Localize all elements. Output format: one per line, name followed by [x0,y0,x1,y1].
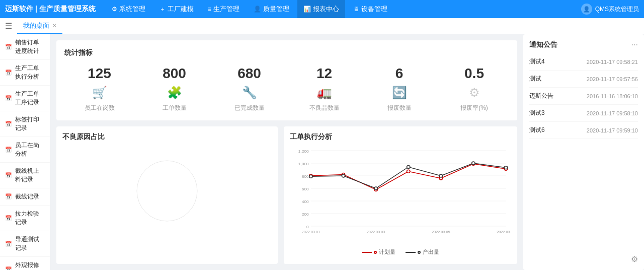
notice-time-n4: 2020-11-17 09:58:10 [587,110,638,116]
nav-label-system: 系统管理 [119,5,145,14]
svg-point-29 [407,166,410,169]
nav-item-device[interactable]: 🖥设备管理 [347,0,393,18]
svg-text:1,200: 1,200 [298,149,309,154]
svg-point-32 [504,166,507,169]
sidebar-item-guide-test[interactable]: 📅导通测试记录 [0,231,50,257]
nav-item-factory[interactable]: ＋工厂建模 [153,0,200,18]
stat-icon-defective: 🚛 [317,86,332,100]
notice-list: 测试4 2020-11-17 09:58:21 测试 2020-11-17 09… [529,53,638,139]
stats-grid: 125 🛒 员工在岗数 800 🧩 工单数量 680 🔧 已完成数量 12 🚛 … [64,65,509,112]
stat-value-defective: 12 [316,65,332,82]
tab-desktop[interactable]: 我的桌面 ✕ [17,18,62,34]
notice-title: 通知公告 [529,40,557,49]
sidebar-item-employee-analysis[interactable]: 📅员工在岗分析 [0,137,50,163]
report-icon: 📊 [303,6,311,13]
sidebar-label-tension-test: 拉力检验记录 [15,210,45,227]
notice-header: 通知公告 ··· [529,40,638,49]
svg-text:600: 600 [302,187,309,191]
svg-text:400: 400 [302,199,309,204]
stat-value-work-orders: 800 [163,65,186,82]
sidebar-item-cutoff-machine[interactable]: 📅截线机上料记录 [0,163,50,188]
sidebar-icon-label-print: 📅 [5,121,12,127]
line-chart: 02004006008001,0001,2002022.03.012022.03… [290,146,511,246]
svg-point-22 [407,170,410,173]
stats-title: 统计指标 [64,48,509,57]
stat-value-scrap-count: 6 [395,65,404,82]
stat-card-defective: 12 🚛 不良品数量 [289,65,359,112]
quality-icon: 👤 [254,6,261,13]
stat-icon-work-orders: 🧩 [167,86,182,100]
sidebar-label-production-analysis: 生产工单执行分析 [15,64,45,81]
chart-legend: 计划量 产出量 [290,248,511,256]
pie-chart [62,146,272,236]
nav-label-factory: 工厂建模 [168,5,194,14]
svg-text:2022.03.05: 2022.03.05 [432,230,450,234]
nav-item-quality[interactable]: 👤质量管理 [248,0,295,18]
nav-label-report: 报表中心 [313,5,339,14]
sidebar-label-cutoff-record: 截线记录 [15,192,39,201]
svg-point-31 [472,162,475,165]
notice-name-n5: 测试6 [529,126,545,134]
tab-close-icon[interactable]: ✕ [52,23,56,28]
sidebar-item-cutoff-record[interactable]: 📅截线记录 [0,188,50,206]
stat-card-work-orders: 800 🧩 工单数量 [139,65,209,112]
sidebar-item-sales-order[interactable]: 📅销售订单进度统计 [0,34,50,60]
sidebar-label-employee-analysis: 员工在岗分析 [15,141,45,158]
svg-text:2022.03.07: 2022.03.07 [497,230,511,234]
svg-point-26 [309,175,312,178]
stat-value-completed: 680 [237,65,261,82]
settings-icon[interactable]: ⚙ [529,250,638,264]
user-avatar: 👤 [581,4,592,15]
sidebar-item-external-repair[interactable]: 📅外观报修记录 [0,257,50,270]
user-name: QMS系统管理员 [595,5,639,14]
notice-item-n2[interactable]: 测试 2020-11-17 09:57:56 [529,71,638,88]
sidebar-item-production-record[interactable]: 📅生产工单工序记录 [0,86,50,111]
notice-name-n2: 测试 [529,75,541,83]
nav-item-report[interactable]: 📊报表中心 [297,0,345,18]
svg-point-0 [137,161,197,221]
nav-item-production[interactable]: ≡生产管理 [202,0,246,18]
svg-text:200: 200 [302,212,309,217]
stat-icon-scrap-rate: ⚙ [469,86,480,100]
notice-item-n4[interactable]: 测试3 2020-11-17 09:58:10 [529,105,638,122]
sidebar-icon-external-repair: 📅 [5,266,12,271]
sidebar-label-guide-test: 导通测试记录 [15,235,45,252]
notice-time-n3: 2016-11-16 18:06:10 [587,93,638,99]
notice-name-n1: 测试4 [529,57,545,66]
bottom-panels: 不良原因占比 工单执行分析 02004006008001,0001,200202… [56,126,517,264]
tab-bar: ☰ 我的桌面 ✕ [0,18,644,34]
svg-point-28 [374,187,377,190]
stat-card-completed: 680 🔧 已完成数量 [214,65,284,112]
svg-text:800: 800 [302,174,309,179]
sidebar-item-tension-test[interactable]: 📅拉力检验记录 [0,206,50,231]
sidebar-label-production-record: 生产工单工序记录 [15,90,45,107]
notice-item-n3[interactable]: 迈斯公告 2016-11-16 18:06:10 [529,88,638,105]
main-layout: 📅销售订单进度统计📅生产工单执行分析📅生产工单工序记录📅标签打印记录📅员工在岗分… [0,34,644,270]
sidebar-icon-guide-test: 📅 [5,241,12,247]
stat-icon-scrap-count: 🔄 [392,86,407,100]
stat-label-scrap-count: 报废数量 [387,104,412,112]
stat-label-defective: 不良品数量 [309,104,340,112]
notice-time-n2: 2020-11-17 09:57:56 [587,76,638,82]
user-info[interactable]: 👤 QMS系统管理员 [581,4,639,15]
notices-panel: 通知公告 ··· 测试4 2020-11-17 09:58:21 测试 2020… [523,34,644,270]
svg-text:1,000: 1,000 [298,162,309,166]
svg-text:0: 0 [306,225,309,229]
legend-产出量: 产出量 [406,248,439,256]
nav-bar: ⚙系统管理＋工厂建模≡生产管理👤质量管理📊报表中心🖥设备管理 [106,0,581,18]
nav-label-quality: 质量管理 [263,5,289,14]
stat-icon-employees: 🛒 [92,86,107,100]
sidebar-item-label-print[interactable]: 📅标签打印记录 [0,111,50,137]
sidebar: 📅销售订单进度统计📅生产工单执行分析📅生产工单工序记录📅标签打印记录📅员工在岗分… [0,34,50,270]
sidebar-icon-employee-analysis: 📅 [5,147,12,153]
svg-text:2022.03.03: 2022.03.03 [367,230,385,234]
notice-more-icon[interactable]: ··· [631,40,638,49]
notice-time-n5: 2020-11-17 09:59:10 [587,127,638,133]
sidebar-item-production-analysis[interactable]: 📅生产工单执行分析 [0,60,50,86]
nav-item-system[interactable]: ⚙系统管理 [106,0,151,18]
stat-label-work-orders: 工单数量 [163,104,187,112]
tab-menu-icon[interactable]: ☰ [5,21,12,31]
notice-item-n1[interactable]: 测试4 2020-11-17 09:58:21 [529,53,638,71]
sidebar-icon-production-analysis: 📅 [5,70,12,76]
notice-item-n5[interactable]: 测试6 2020-11-17 09:59:10 [529,122,638,139]
